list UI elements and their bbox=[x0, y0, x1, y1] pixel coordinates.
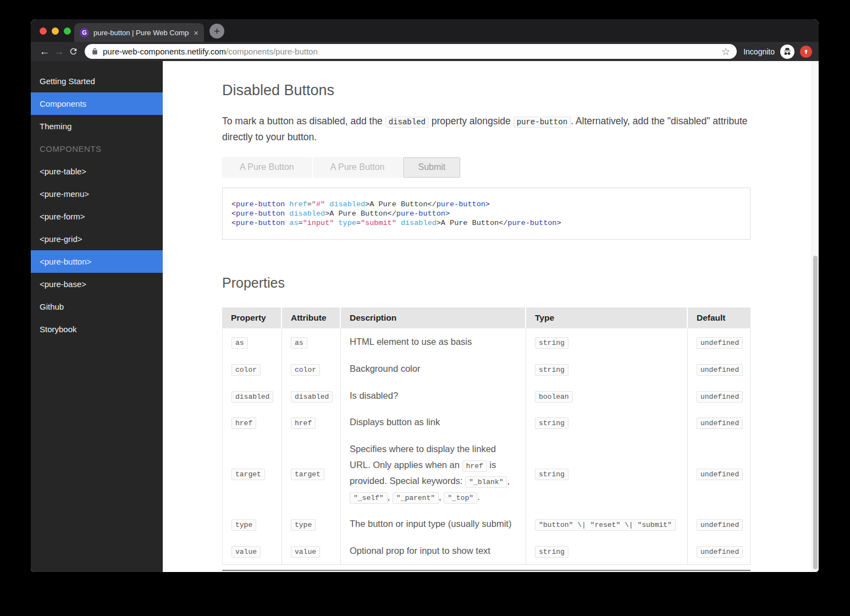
close-window-button[interactable] bbox=[40, 28, 47, 35]
new-tab-button[interactable]: + bbox=[209, 24, 224, 38]
table-cell: target bbox=[222, 436, 282, 510]
code-line: <pure-button disabled>A Pure Button</pur… bbox=[231, 209, 741, 218]
table-cell: Is disabled? bbox=[341, 382, 526, 409]
sidebar-item-theming[interactable]: Theming bbox=[31, 115, 163, 138]
demo-button-1[interactable]: A Pure Button bbox=[222, 157, 312, 178]
sidebar-item-storybook[interactable]: Storybook bbox=[31, 318, 163, 340]
table-cell: color bbox=[222, 355, 282, 382]
incognito-icon bbox=[780, 45, 794, 59]
table-row-value: valuevalueOptional prop for input to sho… bbox=[222, 537, 750, 565]
scrollbar-track[interactable] bbox=[812, 61, 819, 572]
code-chip: color bbox=[231, 364, 261, 376]
section-title: Disabled Buttons bbox=[222, 82, 750, 99]
table-cell: href bbox=[282, 409, 341, 436]
code-line: <pure-button as="input" type="submit" di… bbox=[231, 218, 741, 228]
table-row-type: typetypeThe button or input type (usuall… bbox=[222, 510, 750, 537]
sidebar-item-pure-form[interactable]: <pure-form> bbox=[31, 205, 163, 228]
code-chip: string bbox=[535, 364, 568, 376]
sidebar-item-pure-base[interactable]: <pure-base> bbox=[31, 273, 163, 295]
forward-icon[interactable]: → bbox=[52, 46, 66, 58]
props-table-body: asasHTML element to use as basisstringun… bbox=[222, 328, 750, 565]
table-cell: as bbox=[222, 328, 282, 355]
table-header-default: Default bbox=[688, 307, 750, 328]
code-chip: undefined bbox=[697, 337, 743, 349]
table-row-target: targettargetSpecifies where to display t… bbox=[222, 436, 750, 510]
table-cell: string bbox=[526, 409, 688, 436]
demo-button-2[interactable]: A Pure Button bbox=[313, 157, 402, 178]
scrollbar-thumb[interactable] bbox=[813, 256, 818, 569]
code-chip: boolean bbox=[535, 391, 573, 403]
code-chip: type bbox=[291, 519, 316, 531]
table-row-color: colorcolorBackground colorstringundefine… bbox=[222, 355, 750, 382]
sidebar-item-getting-started[interactable]: Getting Started bbox=[31, 70, 163, 92]
zoom-window-button[interactable] bbox=[64, 28, 71, 35]
table-cell: type bbox=[222, 510, 282, 537]
inline-code: pure-button bbox=[514, 117, 571, 128]
sidebar-item-components[interactable]: Components bbox=[31, 92, 163, 115]
table-cell: undefined bbox=[688, 328, 750, 355]
sidebar-item-pure-menu[interactable]: <pure-menu> bbox=[31, 183, 163, 205]
code-chip: disabled bbox=[231, 391, 273, 403]
docs-page: Disabled Buttons To mark a button as dis… bbox=[222, 61, 750, 572]
code-chip: string bbox=[535, 417, 568, 429]
bookmark-star-icon[interactable]: ☆ bbox=[721, 46, 730, 58]
table-cell: The button or input type (usually submit… bbox=[341, 510, 526, 537]
code-chip: disabled bbox=[291, 391, 333, 403]
back-icon[interactable]: ← bbox=[37, 46, 52, 58]
lock-icon bbox=[91, 48, 98, 55]
reload-icon[interactable] bbox=[66, 47, 80, 56]
browser-tab[interactable]: G pure-button | Pure Web Compo × bbox=[74, 23, 204, 42]
table-cell: undefined bbox=[688, 382, 750, 409]
table-cell: undefined bbox=[688, 355, 750, 382]
browser-window: G pure-button | Pure Web Compo × + ← → p… bbox=[31, 19, 819, 572]
code-chip: string bbox=[535, 469, 568, 480]
table-header-type: Type bbox=[526, 307, 688, 328]
url-text: pure-web-components.netlify.com/componen… bbox=[103, 47, 717, 56]
table-header-description: Description bbox=[341, 307, 526, 328]
code-chip: undefined bbox=[697, 469, 743, 480]
code-chip: value bbox=[291, 546, 320, 558]
url-path: /components/pure-button bbox=[226, 47, 318, 56]
table-cell: undefined bbox=[688, 436, 750, 510]
code-chip: undefined bbox=[697, 519, 743, 531]
sidebar-item-pure-table[interactable]: <pure-table> bbox=[31, 160, 163, 183]
extension-badge-icon[interactable] bbox=[800, 46, 812, 58]
url-bar[interactable]: pure-web-components.netlify.com/componen… bbox=[85, 44, 737, 59]
sidebar-item-github[interactable]: Github bbox=[31, 295, 163, 318]
code-chip: href bbox=[231, 417, 256, 429]
code-chip: undefined bbox=[697, 364, 743, 376]
sidebar: Getting StartedComponentsThemingCOMPONEN… bbox=[31, 61, 163, 572]
table-cell: Optional prop for input to show text bbox=[341, 537, 526, 565]
table-row-disabled: disableddisabledIs disabled?booleanundef… bbox=[222, 382, 750, 409]
code-chip: as bbox=[231, 337, 248, 349]
code-block: <pure-button href="#" disabled>A Pure Bu… bbox=[222, 188, 750, 240]
table-cell: HTML element to use as basis bbox=[341, 328, 526, 355]
table-cell: type bbox=[282, 510, 341, 537]
code-chip: string bbox=[535, 337, 568, 349]
incognito-label: Incognito bbox=[743, 47, 775, 56]
traffic-lights bbox=[40, 28, 71, 35]
intro-paragraph: To mark a button as disabled, add the di… bbox=[222, 113, 750, 145]
table-cell: undefined bbox=[688, 510, 750, 537]
page-content: Disabled Buttons To mark a button as dis… bbox=[163, 61, 819, 572]
table-cell: Specifies where to display the linked UR… bbox=[341, 436, 526, 510]
table-cell: color bbox=[282, 355, 341, 382]
code-chip: string bbox=[535, 546, 568, 558]
table-header-attribute: Attribute bbox=[282, 307, 341, 328]
table-cell: string bbox=[526, 355, 688, 382]
table-cell: string bbox=[526, 328, 688, 355]
table-cell: string bbox=[526, 436, 688, 510]
minimize-window-button[interactable] bbox=[52, 28, 59, 35]
code-chip: undefined bbox=[697, 546, 743, 558]
table-cell: undefined bbox=[688, 409, 750, 436]
sidebar-section-header: COMPONENTS bbox=[31, 138, 163, 160]
sidebar-item-pure-grid[interactable]: <pure-grid> bbox=[31, 228, 163, 250]
tab-close-icon[interactable]: × bbox=[194, 29, 198, 37]
demo-buttons-row: A Pure ButtonA Pure ButtonSubmit bbox=[222, 157, 750, 178]
properties-table: PropertyAttributeDescriptionTypeDefault … bbox=[222, 307, 750, 565]
inline-code: "_parent" bbox=[393, 492, 439, 504]
sidebar-item-pure-button[interactable]: <pure-button> bbox=[31, 250, 163, 273]
demo-button-3[interactable]: Submit bbox=[403, 157, 460, 178]
table-cell: "button" \| "reset" \| "submit" bbox=[526, 510, 688, 537]
table-row-as: asasHTML element to use as basisstringun… bbox=[222, 328, 750, 355]
